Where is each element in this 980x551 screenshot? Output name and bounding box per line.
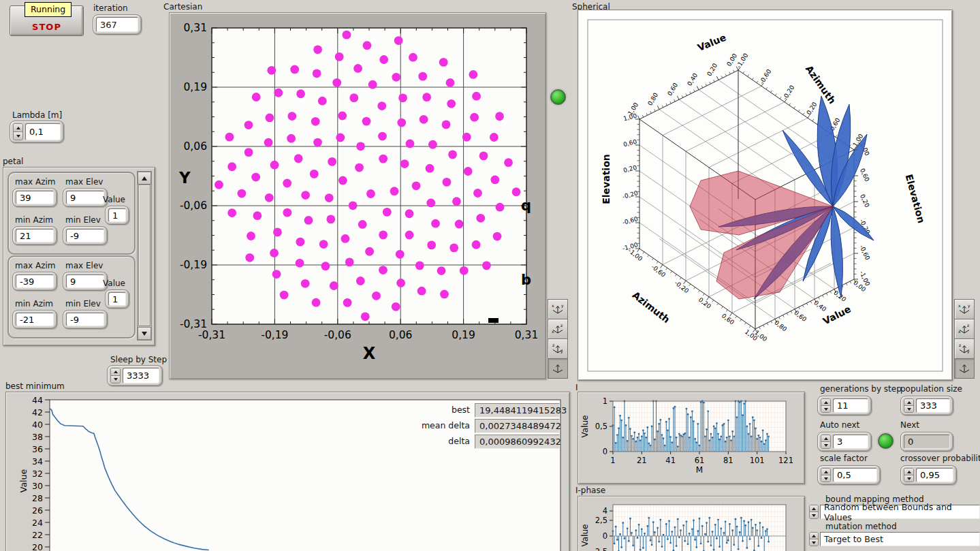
crossover-input[interactable]: [916, 468, 953, 482]
crossover-control[interactable]: [900, 465, 957, 485]
cartesian-plot[interactable]: -0,31-0,19-0,060,060,190,310,310,190,06-…: [170, 13, 546, 379]
sleep-control[interactable]: [107, 365, 163, 386]
svg-text:y: y: [967, 349, 970, 354]
iphase-plot[interactable]: 42,50-2,5Value: [578, 497, 804, 551]
best-minimum-label: best minimum: [5, 381, 65, 391]
svg-text:1: 1: [603, 396, 607, 406]
sleep-spinner[interactable]: [110, 368, 121, 383]
lambda-label: Lambda [m]: [12, 110, 62, 120]
scale-factor-control[interactable]: [817, 465, 881, 485]
petal-scrollbar[interactable]: [137, 171, 152, 341]
bound-mapping-select[interactable]: Random between Bounds and Values: [809, 505, 980, 519]
i-plot[interactable]: 10,50121416181101121MValue: [578, 392, 804, 484]
svg-text:1: 1: [610, 456, 615, 465]
value-label: Value: [103, 195, 125, 204]
sleep-label: Sleep by Step: [110, 355, 167, 364]
min-azim-input[interactable]: [16, 313, 54, 326]
max-elev-input[interactable]: [66, 274, 104, 288]
projection-xz-button[interactable]: xz: [954, 319, 975, 339]
mutation-select[interactable]: Target to Best: [809, 532, 980, 546]
best-value: 19,4484119415283: [475, 403, 560, 418]
scale-factor-input[interactable]: [833, 468, 877, 482]
front-panel: STOP Running iteration 367 Lambda [m] pe…: [0, 0, 980, 551]
projection-3d-button[interactable]: [954, 358, 975, 379]
population-spinner[interactable]: [904, 398, 914, 413]
max-azim-input[interactable]: [16, 274, 54, 288]
svg-text:36: 36: [32, 444, 43, 454]
svg-text:M: M: [696, 465, 703, 475]
lambda-control[interactable]: [10, 121, 64, 143]
svg-text:y: y: [560, 349, 563, 354]
population-input[interactable]: [916, 398, 950, 413]
scrollbar-thumb[interactable]: [138, 185, 151, 326]
svg-text:x: x: [552, 303, 554, 308]
projection-3d-button[interactable]: [548, 358, 568, 379]
auto-next-control[interactable]: [817, 432, 872, 452]
value-input[interactable]: [108, 208, 126, 222]
svg-text:z: z: [552, 343, 554, 347]
population-control[interactable]: [900, 396, 953, 415]
mutation-value: Target to Best: [820, 532, 980, 546]
generations-input[interactable]: [833, 398, 868, 413]
lambda-spinner[interactable]: [13, 123, 23, 140]
cartesian-graph[interactable]: -0,31-0,19-0,060,060,190,310,310,190,06-…: [169, 12, 546, 379]
min-azim-label: min Azim: [15, 215, 53, 225]
scroll-down-icon[interactable]: [138, 327, 151, 340]
projection-xy-button[interactable]: xy: [954, 299, 975, 319]
projection-xz-button[interactable]: xz: [548, 319, 568, 339]
spherical-plot[interactable]: 0,000,200,400,600,801,00-1,00-0,60-0,200…: [578, 10, 952, 380]
svg-text:20: 20: [32, 542, 43, 551]
sleep-input[interactable]: [123, 368, 159, 383]
svg-text:24: 24: [32, 518, 43, 528]
svg-text:0,5: 0,5: [595, 422, 607, 431]
value-label: Value: [103, 279, 125, 288]
running-tooltip: Running: [25, 2, 72, 17]
i-chart[interactable]: 10,50121416181101121MValue: [578, 392, 805, 484]
svg-text:Y: Y: [178, 169, 191, 187]
cartesian-led-indicator: [550, 89, 566, 105]
svg-text:121: 121: [778, 456, 793, 465]
delta-value: 0,0009860992432: [475, 435, 560, 449]
cartesian-projection-palette: xy xz zy: [548, 299, 568, 378]
bound-mapping-spinner[interactable]: [809, 505, 819, 519]
svg-text:41: 41: [665, 456, 676, 465]
projection-xy-button[interactable]: xy: [548, 299, 568, 319]
svg-text:-0,19: -0,19: [261, 329, 288, 341]
projection-zy-button[interactable]: zy: [548, 339, 568, 359]
svg-text:0,31: 0,31: [515, 329, 539, 341]
min-elev-input[interactable]: [66, 229, 104, 242]
svg-text:-0,06: -0,06: [180, 200, 207, 212]
mutation-spinner[interactable]: [809, 532, 819, 546]
max-elev-label: max Elev: [65, 261, 103, 270]
best-label: best: [409, 405, 470, 415]
generations-control[interactable]: [817, 396, 872, 415]
min-elev-input[interactable]: [66, 313, 104, 326]
svg-text:-2,5: -2,5: [592, 547, 607, 551]
spherical-graph[interactable]: 0,000,200,400,600,801,00-1,00-0,60-0,200…: [578, 10, 953, 381]
svg-text:0,19: 0,19: [183, 81, 207, 93]
generations-spinner[interactable]: [821, 398, 831, 413]
lambda-input[interactable]: [25, 123, 61, 140]
i-chart-title: I: [575, 383, 578, 392]
svg-text:X: X: [363, 344, 376, 363]
projection-zy-button[interactable]: zy: [954, 339, 975, 359]
scroll-up-icon[interactable]: [138, 172, 151, 185]
svg-text:Value: Value: [580, 524, 590, 547]
svg-text:x: x: [552, 329, 554, 334]
crossover-spinner[interactable]: [904, 468, 914, 482]
max-elev-input[interactable]: [66, 191, 104, 204]
auto-next-spinner[interactable]: [821, 435, 831, 449]
svg-text:Value: Value: [580, 415, 590, 438]
svg-text:101: 101: [750, 456, 765, 465]
svg-text:x: x: [958, 303, 961, 308]
iphase-chart[interactable]: 42,50-2,5Value: [578, 496, 805, 551]
min-azim-input[interactable]: [16, 229, 54, 242]
auto-next-input[interactable]: [833, 435, 868, 449]
max-azim-input[interactable]: [16, 191, 54, 204]
scale-factor-spinner[interactable]: [821, 468, 831, 482]
crossover-label: crossover probability: [900, 454, 980, 463]
stop-button-label: STOP: [32, 22, 61, 32]
svg-text:32: 32: [32, 469, 43, 479]
svg-text:30: 30: [32, 481, 43, 491]
value-input[interactable]: [108, 292, 126, 306]
